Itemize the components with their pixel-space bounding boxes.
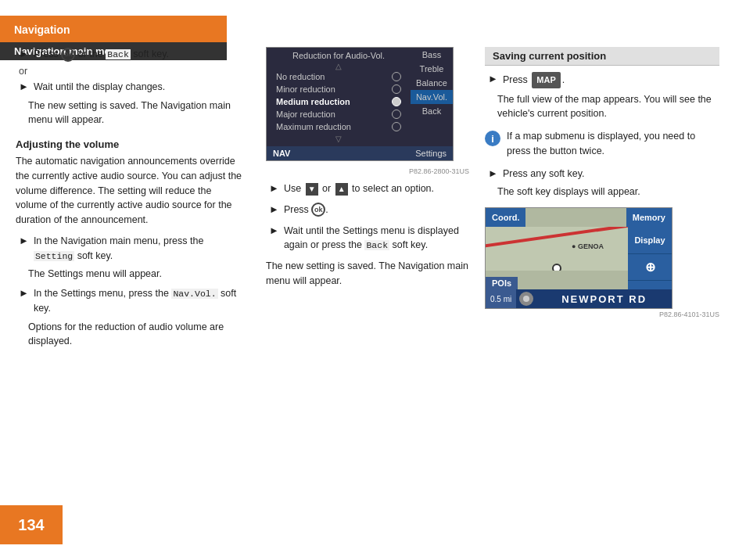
bullet-wait-display: ► Wait until the display changes. (16, 80, 242, 95)
bullet-arrow-3: ► (19, 235, 29, 246)
up-arrow-btn[interactable]: ▲ (335, 183, 348, 196)
bullet-press-map: ► Press MAP. (485, 72, 719, 88)
road-name: NEWPORT RD (536, 293, 672, 305)
nav-row-major-reduction: Major reduction (271, 108, 406, 120)
radio-medium-reduction-filled (392, 97, 401, 106)
map-area: ▲ ● GENOA (486, 227, 628, 271)
nav-row-medium-reduction: Medium reduction (271, 95, 406, 108)
info-text: If a map submenu is displayed, you need … (507, 129, 719, 159)
page-number-box: 134 (0, 505, 63, 544)
radio-maximum-reduction (392, 122, 401, 131)
radio-no-reduction (392, 72, 401, 81)
bullet-arrow-7: ► (269, 224, 279, 236)
distance-label: 0.5 mi (486, 289, 516, 308)
map-screenshot: Coord. Memory Display ⊕ ⊖ ▲ ● GENOA POIs (485, 207, 672, 309)
or-text: or (19, 66, 242, 77)
arrow-down-indicator: ▽ (271, 133, 406, 143)
navvol-softkey: Nav.Vol. (171, 289, 217, 299)
map-button[interactable]: MAP (532, 72, 560, 88)
pois-btn[interactable]: POIs (486, 277, 518, 289)
para-options-displayed: Options for the reduction of audio volum… (16, 320, 242, 350)
page-number: 134 (18, 516, 44, 534)
bullet-text-1: Press ok or the Back soft key. (34, 47, 169, 62)
nav-bottom-bar: NAV Settings (267, 146, 453, 160)
nav-row-maximum-reduction: Maximum reduction (271, 120, 406, 133)
para-new-setting-saved: The new setting is saved. The Navigation… (266, 259, 469, 289)
adjusting-volume-para: The automatic navigation announcements o… (16, 154, 242, 228)
para-setting-saved: The new setting is saved. The Navigation… (16, 99, 242, 128)
bullet-arrow-9: ► (488, 167, 498, 179)
nav-row-minor-reduction: Minor reduction (271, 83, 406, 95)
bullet-text-5: Use ▼ or ▲ to select an option. (284, 181, 434, 196)
bullet-nav-vol: ► In the Settings menu, press the Nav.Vo… (16, 286, 242, 316)
screenshot-ref-1: P82.86-2800-31US (266, 167, 469, 175)
bullet-text-3: In the Navigation main menu, press the S… (34, 234, 242, 264)
saving-header: Saving current position (485, 47, 719, 66)
zoom-in-btn[interactable]: ⊕ (628, 254, 672, 282)
bullet-arrow-1: ► (19, 48, 29, 59)
bullet-text-7: Wait until the Settings menu is displaye… (284, 224, 469, 253)
middle-column: Reduction for Audio-Vol. △ No reduction … (266, 47, 469, 289)
bullet-text-9: Press any soft key. (503, 167, 585, 181)
adjusting-volume-label: Adjusting the volume (16, 138, 242, 150)
bullet-arrow-6: ► (269, 203, 279, 215)
bullet-text-2: Wait until the display changes. (34, 80, 165, 95)
bullet-text-6: Press ok. (284, 203, 328, 217)
bullet-press-any-softkey: ► Press any soft key. (485, 167, 719, 181)
display-btn[interactable]: Display (628, 227, 672, 254)
screen-title: Reduction for Audio-Vol. (271, 51, 406, 62)
genoa-label: ● GENOA (572, 242, 604, 250)
road-red (486, 227, 628, 249)
bullet-nav-main-setting: ► In the Navigation main menu, press the… (16, 234, 242, 264)
bullet-press-ok-mid: ► Press ok. (266, 203, 469, 217)
bullet-use-arrows: ► Use ▼ or ▲ to select an option. (266, 181, 469, 196)
bullet-arrow-2: ► (19, 81, 29, 92)
nav-title: Navigation (14, 23, 70, 36)
nav-screen: Reduction for Audio-Vol. △ No reduction … (266, 47, 454, 161)
treble-btn[interactable]: Treble (411, 62, 453, 76)
arrow-up-indicator: △ (271, 62, 406, 70)
para-softkey-displays: The soft key displays will appear. (485, 185, 719, 199)
bullet-arrow-4: ► (19, 287, 29, 299)
bullet-arrow-8: ► (488, 73, 498, 84)
map-bottom-bar: 0.5 mi NEWPORT RD (486, 289, 672, 308)
para-full-view: The full view of the map appears. You wi… (485, 92, 719, 122)
bullet-arrow-5: ► (269, 182, 279, 194)
left-column: ► Press ok or the Back soft key. or ► Wa… (16, 47, 242, 354)
bullet-wait-settings: ► Wait until the Settings menu is displa… (266, 224, 469, 253)
navvol-btn[interactable]: Nav.Vol. (411, 90, 453, 104)
right-column: Saving current position ► Press MAP. The… (485, 47, 719, 325)
back-btn[interactable]: Back (411, 104, 453, 118)
info-icon: i (485, 131, 500, 146)
compass-icon (519, 292, 533, 306)
balance-btn[interactable]: Balance (411, 76, 453, 90)
radio-major-reduction (392, 109, 401, 119)
back-softkey-mid: Back (364, 240, 389, 250)
screenshot-ref-2: P82.86-4101-31US (485, 311, 719, 318)
info-box: i If a map submenu is displayed, you nee… (485, 129, 719, 159)
bullet-text-8: Press MAP. (503, 72, 565, 88)
setting-softkey: Setting (34, 251, 74, 261)
para-settings-appear: The Settings menu will appear. (16, 267, 242, 282)
ok-button-icon: ok (61, 48, 75, 62)
bullet-press-ok: ► Press ok or the Back soft key. (16, 47, 242, 62)
bass-btn[interactable]: Bass (411, 48, 453, 62)
coord-btn[interactable]: Coord. (486, 208, 525, 227)
bullet-text-4: In the Settings menu, press the Nav.Vol.… (34, 286, 242, 316)
position-marker (552, 264, 561, 271)
back-softkey: Back (106, 49, 131, 59)
nav-header: Navigation (0, 16, 227, 42)
radio-minor-reduction (392, 84, 401, 94)
down-arrow-btn[interactable]: ▼ (306, 183, 318, 196)
ok-icon-mid: ok (311, 203, 325, 217)
nav-row-no-reduction: No reduction (271, 70, 406, 83)
